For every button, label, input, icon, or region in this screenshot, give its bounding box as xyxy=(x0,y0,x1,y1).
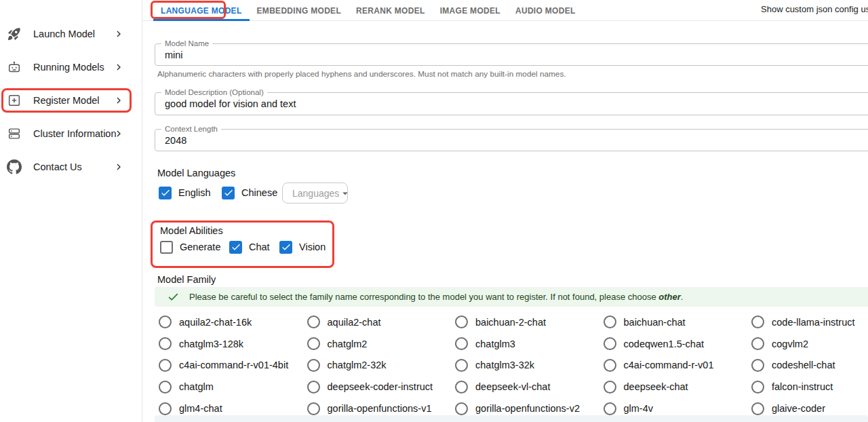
languages-select-placeholder: Languages xyxy=(292,188,339,199)
radio-icon xyxy=(455,315,468,328)
model-family-option[interactable]: codeqwen1.5-chat xyxy=(604,333,752,355)
sidebar-item-label: Running Models xyxy=(33,62,104,73)
checkbox-vision[interactable]: Vision xyxy=(279,239,326,254)
chevron-right-icon xyxy=(113,28,125,40)
radio-icon xyxy=(159,381,172,394)
radio-icon xyxy=(307,337,320,350)
model-family-option-label: deepseek-coder-instruct xyxy=(328,381,433,392)
tab-language-model[interactable]: LANGUAGE MODEL xyxy=(153,0,250,21)
model-family-option-label: deepseek-vl-chat xyxy=(475,381,550,392)
model-family-option[interactable]: c4ai-command-r-v01-4bit xyxy=(159,355,307,377)
check-icon xyxy=(167,290,180,304)
radio-icon xyxy=(455,337,468,350)
model-family-option-label: chatglm2 xyxy=(328,339,368,349)
checkbox-icon xyxy=(159,187,172,199)
chevron-right-icon xyxy=(113,61,125,73)
model-family-option[interactable]: code-llama-instruct xyxy=(751,311,868,333)
radio-icon xyxy=(751,315,764,328)
sidebar-item-label: Cluster Information xyxy=(33,128,117,139)
model-family-option-label: falcon-instruct xyxy=(772,381,833,392)
model-family-option-label: baichuan-chat xyxy=(624,317,686,328)
sidebar-item-label: Contact Us xyxy=(33,161,82,172)
model-family-option[interactable]: chatglm2-32k xyxy=(307,355,456,377)
model-name-label: Model Name xyxy=(161,39,212,48)
model-family-option[interactable]: cogvlm2 xyxy=(751,333,868,355)
radio-icon xyxy=(455,402,468,415)
checkbox-chat[interactable]: Chat xyxy=(229,239,270,254)
checkbox-chinese[interactable]: Chinese xyxy=(222,185,277,200)
sidebar-item-label: Register Model xyxy=(33,95,100,106)
radio-icon xyxy=(159,315,172,328)
model-name-helper-text: Alphanumeric characters with properly pl… xyxy=(157,69,566,79)
model-family-options: aquila2-chat-16kaquila2-chatbaichuan-2-c… xyxy=(159,311,868,419)
model-family-option[interactable]: aquila2-chat-16k xyxy=(159,311,307,333)
model-family-option-label: codeqwen1.5-chat xyxy=(624,339,705,349)
model-family-option[interactable]: deepseek-chat xyxy=(604,376,752,398)
checkbox-label: Generate xyxy=(180,242,220,252)
sidebar-item-launch-model[interactable]: Launch Model xyxy=(0,24,142,44)
radio-icon xyxy=(159,337,172,350)
model-family-alert: Please be careful to select the family n… xyxy=(155,287,868,307)
checkbox-label: Vision xyxy=(299,242,326,252)
model-family-option-label: glaive-coder xyxy=(772,403,825,414)
model-family-option-label: chatglm3-32k xyxy=(475,360,534,370)
tab-image-model[interactable]: IMAGE MODEL xyxy=(433,0,508,21)
model-family-option[interactable]: codeshell-chat xyxy=(751,355,868,377)
radio-icon xyxy=(159,359,172,372)
model-family-option[interactable]: deepseek-coder-instruct xyxy=(307,376,456,398)
radio-icon xyxy=(751,381,764,394)
model-family-option[interactable]: chatglm xyxy=(159,376,307,398)
sidebar: Launch Model Running Models Register Mod… xyxy=(0,0,142,422)
model-family-option[interactable]: deepseek-vl-chat xyxy=(455,376,604,398)
model-family-option-label: glm4-chat xyxy=(179,403,222,414)
checkbox-label: English xyxy=(178,187,211,198)
sidebar-item-contact-us[interactable]: Contact Us xyxy=(0,157,142,177)
checkbox-english[interactable]: English xyxy=(159,185,211,200)
model-family-option[interactable]: chatglm3-32k xyxy=(455,355,604,377)
languages-select[interactable]: Languages xyxy=(282,183,348,204)
model-family-option[interactable]: baichuan-chat xyxy=(604,311,752,333)
model-type-tabs: LANGUAGE MODEL EMBEDDING MODEL RERANK MO… xyxy=(153,0,583,21)
model-description-field[interactable]: Model Description (Optional) good model … xyxy=(155,92,868,115)
model-family-option-label: code-llama-instruct xyxy=(772,317,855,328)
radio-icon xyxy=(455,359,468,372)
model-family-option[interactable]: chatglm3 xyxy=(455,333,604,355)
sidebar-item-label: Launch Model xyxy=(33,28,95,39)
register-model-form: Model Name mini Alphanumeric characters … xyxy=(142,21,868,422)
model-family-option[interactable]: aquila2-chat xyxy=(307,311,456,333)
show-custom-json-config-label[interactable]: Show custom json config used b xyxy=(761,4,868,14)
checkbox-icon xyxy=(160,241,173,254)
tab-bar: LANGUAGE MODEL EMBEDDING MODEL RERANK MO… xyxy=(142,0,868,21)
model-family-option-label: chatglm3 xyxy=(475,339,515,349)
robot-icon xyxy=(6,59,22,75)
tab-rerank-model[interactable]: RERANK MODEL xyxy=(349,0,433,21)
radio-icon xyxy=(455,381,468,394)
tab-audio-model[interactable]: AUDIO MODEL xyxy=(508,0,583,21)
context-length-value[interactable]: 2048 xyxy=(155,130,868,151)
model-family-option[interactable]: chatglm3-128k xyxy=(159,333,307,355)
radio-icon xyxy=(751,402,764,415)
model-family-option[interactable]: chatglm2 xyxy=(307,333,456,355)
sidebar-item-running-models[interactable]: Running Models xyxy=(0,57,142,77)
alert-emphasis: other xyxy=(658,292,681,302)
sidebar-item-register-model[interactable]: Register Model xyxy=(0,90,142,111)
model-family-option[interactable]: falcon-instruct xyxy=(751,376,868,398)
radio-icon xyxy=(604,381,616,394)
model-family-option-label: c4ai-command-r-v01 xyxy=(624,360,714,370)
model-family-option[interactable]: baichuan-2-chat xyxy=(455,311,604,333)
model-family-option-label: aquila2-chat-16k xyxy=(179,317,252,328)
model-name-field[interactable]: Model Name mini xyxy=(155,43,868,66)
model-description-label: Model Description (Optional) xyxy=(161,88,267,97)
checkbox-generate[interactable]: Generate xyxy=(160,239,220,254)
context-length-field[interactable]: Context Length 2048 xyxy=(155,129,868,151)
radio-icon xyxy=(307,315,320,328)
checkbox-icon xyxy=(229,241,242,254)
model-family-option-label: gorilla-openfunctions-v2 xyxy=(475,403,580,414)
model-family-option[interactable]: c4ai-command-r-v01 xyxy=(604,355,752,377)
tab-embedding-model[interactable]: EMBEDDING MODEL xyxy=(250,0,349,21)
radio-icon xyxy=(159,402,172,415)
sidebar-item-cluster-information[interactable]: Cluster Information xyxy=(0,123,142,144)
radio-icon xyxy=(604,315,616,328)
model-name-value[interactable]: mini xyxy=(155,44,868,65)
model-family-option-label: deepseek-chat xyxy=(624,381,688,392)
